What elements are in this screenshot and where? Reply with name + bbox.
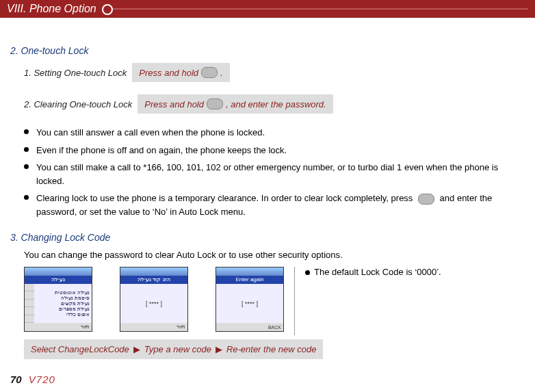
clearing-instruction-box: Press and hold , and enter the password. — [138, 94, 332, 114]
setting-label: 1. Setting One-touch Lock — [24, 68, 127, 78]
bullet-item: You can still answer a call even when th… — [24, 126, 525, 140]
bullet-item: You can still make a call to *166, 100, … — [24, 161, 525, 187]
divider — [294, 267, 295, 335]
setting-instruction-pre: Press and hold — [139, 68, 198, 78]
steps-bar: Select ChangeLockCode ▶ Type a new code … — [24, 339, 323, 359]
shot3-head: Enter again — [216, 276, 283, 284]
clearing-label: 2. Clearing One-touch Lock — [24, 99, 132, 109]
step-3: Re-enter the new code — [226, 344, 317, 354]
screenshot-row: נעילה נעילה אוטומטיתסיסמת נעילהנעילת מקש… — [24, 267, 525, 335]
section-changing-title: 3. Changing Lock Code — [10, 232, 525, 243]
clearing-instruction-pre: Press and hold — [144, 99, 204, 109]
softkey-back: חזור — [177, 324, 185, 330]
shot1-head: נעילה — [25, 276, 92, 284]
lock-key-icon — [418, 194, 434, 205]
shot2-head: הזנ קוד נעילה — [120, 276, 187, 284]
bullet-icon — [305, 270, 310, 275]
phone-screenshot-1: נעילה נעילה אוטומטיתסיסמת נעילהנעילת מקש… — [24, 267, 92, 332]
header-rule — [103, 8, 528, 10]
lock-key-icon — [207, 99, 223, 109]
step-2: Type a new code — [144, 344, 211, 354]
default-code-note: The default Lock Code is ‘0000’. — [305, 267, 441, 277]
arrow-icon: ▶ — [216, 344, 222, 354]
phone-screenshot-2: הזנ קוד נעילה [ **** ] חזור — [120, 267, 188, 332]
changing-desc: You can change the password to clear Aut… — [24, 250, 525, 260]
clearing-instruction-post: , and enter the password. — [226, 99, 326, 109]
section-onetouch-title: 2. One-touch Lock — [10, 45, 525, 56]
bullet-item: Even if the phone is off and on again, t… — [24, 144, 525, 157]
arrow-icon: ▶ — [133, 344, 140, 354]
bullet4-pre: Clearing lock to use the phone is a temp… — [36, 193, 415, 203]
chapter-header: VIII. Phone Option — [0, 0, 535, 18]
chapter-title: VIII. Phone Option — [7, 3, 96, 15]
bullet-item: Clearing lock to use the phone is a temp… — [24, 192, 525, 218]
setting-instruction-box: Press and hold . — [132, 63, 229, 82]
model-number: V720 — [29, 374, 55, 385]
setting-row: 1. Setting One-touch Lock Press and hold… — [24, 63, 525, 82]
clearing-row: 2. Clearing One-touch Lock Press and hol… — [24, 94, 525, 114]
page-footer: 70 V720 — [10, 374, 55, 385]
softkey-back: BACK — [268, 325, 281, 330]
setting-instruction-post: . — [220, 68, 223, 78]
lock-key-icon — [201, 67, 218, 78]
step-1: Select ChangeLockCode — [31, 344, 129, 354]
bullet-list: You can still answer a call even when th… — [24, 126, 525, 218]
page-number: 70 — [10, 374, 22, 385]
header-dot-icon — [102, 4, 113, 15]
softkey-back: חזור — [81, 324, 90, 330]
code-mask: [ **** ] — [120, 284, 187, 323]
phone-screenshot-3: Enter again [ **** ] BACK — [216, 267, 284, 332]
note-text: The default Lock Code is ‘0000’. — [314, 267, 441, 277]
code-mask: [ **** ] — [216, 284, 283, 323]
